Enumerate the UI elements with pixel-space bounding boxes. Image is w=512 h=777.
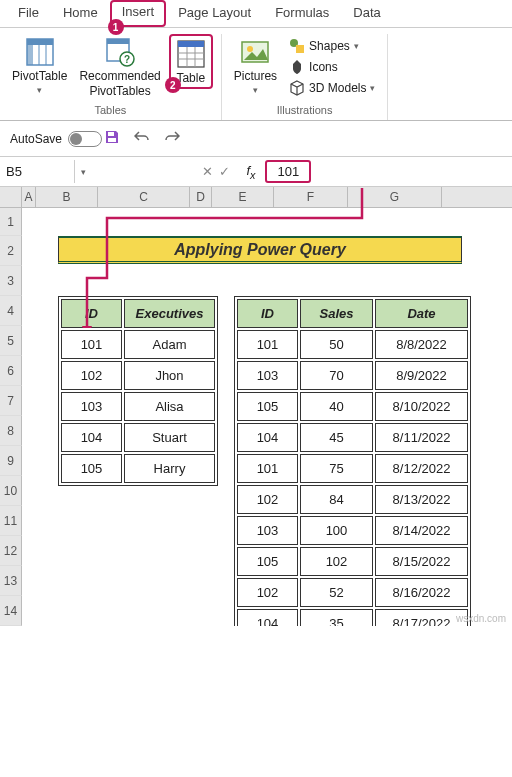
row-header[interactable]: 2: [0, 236, 22, 266]
svg-rect-19: [108, 132, 114, 136]
table-executives: IDExecutives 101Adam 102Jhon 103Alisa 10…: [58, 296, 218, 486]
row-header[interactable]: 1: [0, 208, 22, 236]
undo-button[interactable]: [132, 127, 152, 150]
row-header[interactable]: 10: [0, 476, 22, 506]
row-header[interactable]: 6: [0, 356, 22, 386]
col-header-e[interactable]: E: [212, 187, 274, 207]
save-icon: [104, 129, 120, 145]
table-row[interactable]: 105Harry: [61, 454, 215, 483]
col-header-g[interactable]: G: [348, 187, 442, 207]
table-sales: IDSalesDate 101508/8/2022 103708/9/2022 …: [234, 296, 471, 626]
row-header[interactable]: 7: [0, 386, 22, 416]
3d-models-label: 3D Models: [309, 81, 366, 95]
table-row[interactable]: 103708/9/2022: [237, 361, 468, 390]
watermark: wsxdn.com: [456, 613, 506, 624]
ribbon-body: PivotTable ▾ ? Recommended PivotTables T…: [0, 28, 512, 121]
recommended-label-2: PivotTables: [89, 85, 150, 98]
table-row[interactable]: 104358/17/2022: [237, 609, 468, 626]
pivot-table-button[interactable]: PivotTable ▾: [8, 34, 71, 97]
tab-page-layout[interactable]: Page Layout: [166, 0, 263, 27]
th-id: ID: [237, 299, 298, 328]
group-illustrations-label: Illustrations: [277, 102, 333, 118]
table-row[interactable]: 1051028/15/2022: [237, 547, 468, 576]
row-header[interactable]: 9: [0, 446, 22, 476]
name-box[interactable]: B5: [0, 160, 75, 183]
quick-access-toolbar: AutoSave Off: [0, 121, 512, 157]
svg-rect-18: [296, 45, 304, 53]
row-header[interactable]: 12: [0, 536, 22, 566]
group-illustrations: Pictures ▾ Shapes ▾ Icons 3D Models ▾ Il…: [222, 34, 389, 120]
pivot-table-label: PivotTable: [12, 70, 67, 83]
recommended-pivot-button[interactable]: ? Recommended PivotTables: [75, 34, 164, 100]
pictures-button[interactable]: Pictures ▾: [230, 34, 281, 97]
tab-formulas[interactable]: Formulas: [263, 0, 341, 27]
icons-button[interactable]: Icons: [285, 57, 379, 77]
pictures-label: Pictures: [234, 70, 277, 83]
row-header[interactable]: 14: [0, 596, 22, 626]
table-row[interactable]: 101Adam: [61, 330, 215, 359]
undo-icon: [134, 129, 150, 145]
enter-formula-button[interactable]: ✓: [219, 164, 230, 179]
pictures-icon: [239, 36, 271, 68]
tab-insert[interactable]: Insert 1: [110, 0, 167, 27]
toggle-icon: [68, 131, 102, 147]
row-header[interactable]: 13: [0, 566, 22, 596]
svg-rect-10: [178, 41, 204, 47]
table-row[interactable]: 101508/8/2022: [237, 330, 468, 359]
tab-insert-label: Insert: [122, 4, 155, 19]
formula-value[interactable]: 101: [265, 160, 311, 183]
formula-bar: B5 ▾ ✕ ✓ fx 101: [0, 157, 512, 187]
tab-file[interactable]: File: [6, 0, 51, 27]
recommended-label-1: Recommended: [79, 70, 160, 83]
table-row[interactable]: 102528/16/2022: [237, 578, 468, 607]
col-header-b[interactable]: B: [36, 187, 98, 207]
table-row: IDExecutives: [61, 299, 215, 328]
row-headers: 1 2 3 4 5 6 7 8 9 10 11 12 13 14: [0, 208, 22, 626]
row-header[interactable]: 8: [0, 416, 22, 446]
column-headers: A B C D E F G: [0, 187, 512, 208]
col-header-d[interactable]: D: [190, 187, 212, 207]
3d-models-button[interactable]: 3D Models ▾: [285, 78, 379, 98]
group-tables: PivotTable ▾ ? Recommended PivotTables T…: [0, 34, 222, 120]
icons-icon: [289, 59, 305, 75]
table-row[interactable]: 102848/13/2022: [237, 485, 468, 514]
th-sales: Sales: [300, 299, 373, 328]
svg-text:?: ?: [124, 54, 130, 65]
chevron-down-icon: ▾: [37, 85, 42, 95]
tab-home[interactable]: Home: [51, 0, 110, 27]
row-header[interactable]: 11: [0, 506, 22, 536]
table-button[interactable]: Table 2: [169, 34, 213, 89]
group-tables-label: Tables: [94, 102, 126, 118]
cancel-formula-button[interactable]: ✕: [202, 164, 213, 179]
table-row[interactable]: 104458/11/2022: [237, 423, 468, 452]
worksheet: A B C D E F G 1 2 3 4 5 6 7 8 9 10 11 12…: [0, 187, 512, 626]
select-all-corner[interactable]: [0, 187, 22, 207]
cell-grid[interactable]: Applying Power Query IDExecutives 101Ada…: [22, 208, 512, 626]
svg-rect-2: [27, 39, 33, 65]
tab-data[interactable]: Data: [341, 0, 392, 27]
svg-point-16: [247, 46, 253, 52]
recommended-pivot-icon: ?: [104, 36, 136, 68]
table-row[interactable]: 104Stuart: [61, 423, 215, 452]
cube-icon: [289, 80, 305, 96]
row-header[interactable]: 4: [0, 296, 22, 326]
table-row[interactable]: 105408/10/2022: [237, 392, 468, 421]
table-row[interactable]: 101758/12/2022: [237, 454, 468, 483]
fx-label[interactable]: fx: [240, 163, 261, 181]
shapes-button[interactable]: Shapes ▾: [285, 36, 379, 56]
annotation-badge-2: 2: [165, 77, 181, 93]
table-row[interactable]: 1031008/14/2022: [237, 516, 468, 545]
row-header[interactable]: 3: [0, 266, 22, 296]
icons-label: Icons: [309, 60, 338, 74]
col-header-f[interactable]: F: [274, 187, 348, 207]
autosave-toggle[interactable]: AutoSave Off: [10, 131, 92, 147]
save-button[interactable]: [102, 127, 122, 150]
ribbon-tabs: File Home Insert 1 Page Layout Formulas …: [0, 0, 512, 28]
table-row[interactable]: 102Jhon: [61, 361, 215, 390]
row-header[interactable]: 5: [0, 326, 22, 356]
table-row[interactable]: 103Alisa: [61, 392, 215, 421]
col-header-c[interactable]: C: [98, 187, 190, 207]
col-header-a[interactable]: A: [22, 187, 36, 207]
redo-button[interactable]: [162, 127, 182, 150]
chevron-down-icon[interactable]: ▾: [75, 167, 92, 177]
